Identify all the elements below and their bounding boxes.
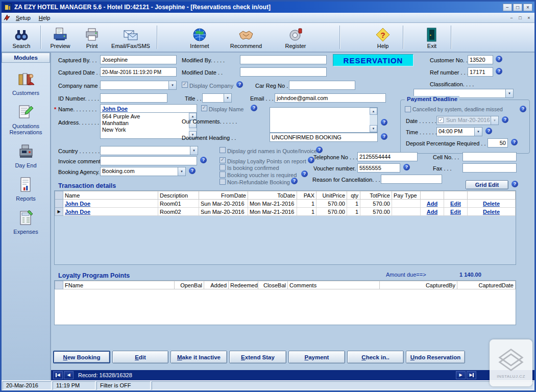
ref-number-field[interactable] bbox=[468, 67, 493, 77]
extend-stay-button[interactable]: Extend Stay bbox=[229, 351, 286, 363]
captured-by-field[interactable] bbox=[100, 55, 177, 64]
company-name-select[interactable]: ▼ bbox=[100, 81, 177, 90]
toolbar-recommend-button[interactable]: Recommend bbox=[225, 23, 267, 51]
comments-scrollbar[interactable]: ▲ ▼ bbox=[370, 108, 377, 132]
menu-setup[interactable]: Setup bbox=[12, 14, 35, 22]
document-heading-field[interactable] bbox=[270, 133, 378, 142]
captured-date-field[interactable] bbox=[100, 67, 177, 77]
telephone-no-field[interactable] bbox=[357, 152, 418, 161]
help-icon[interactable]: ? bbox=[301, 170, 308, 177]
scroll-up-icon[interactable]: ▲ bbox=[370, 108, 377, 115]
toolbar-search-button[interactable]: Search bbox=[5, 23, 38, 51]
payment-button[interactable]: Payment bbox=[288, 351, 345, 363]
chevron-down-icon[interactable]: ▼ bbox=[491, 116, 498, 125]
restore-button[interactable]: □ bbox=[513, 4, 522, 11]
next-record-button[interactable]: ▶ bbox=[456, 371, 466, 379]
help-icon[interactable]: ? bbox=[520, 106, 526, 112]
help-icon[interactable]: ? bbox=[236, 81, 243, 88]
deadline-date-checkbox[interactable]: ✓ bbox=[438, 117, 444, 123]
minimize-button[interactable]: − bbox=[503, 4, 512, 11]
help-icon[interactable]: ? bbox=[403, 164, 410, 170]
sidebar-item-expenses[interactable]: Expenses bbox=[3, 209, 50, 235]
sidebar-item-reports[interactable]: Reports bbox=[3, 176, 50, 202]
help-icon[interactable]: ? bbox=[502, 116, 508, 123]
grid-names-checkbox[interactable] bbox=[220, 147, 226, 153]
undo-reservation-button[interactable]: Undo Reservation bbox=[406, 351, 465, 363]
menu-help[interactable]: Help bbox=[35, 14, 55, 22]
help-icon[interactable]: ? bbox=[200, 157, 207, 163]
chevron-down-icon[interactable]: ▼ bbox=[474, 128, 482, 136]
row-add-link[interactable]: Add bbox=[427, 201, 437, 207]
chevron-down-icon[interactable]: ▼ bbox=[505, 89, 513, 97]
new-booking-button[interactable]: New Booking bbox=[53, 351, 110, 363]
row-delete-link[interactable]: Delete bbox=[483, 209, 500, 215]
voucher-number-field[interactable] bbox=[357, 163, 400, 173]
deadline-time-select[interactable]: 04:00 PM ▼ bbox=[436, 127, 482, 136]
sidebar-item-customers[interactable]: Customers bbox=[3, 70, 50, 96]
display-name-checkbox[interactable]: ✓ bbox=[201, 105, 207, 111]
toolbar-internet-button[interactable]: Internet bbox=[181, 23, 218, 51]
cell-no-field[interactable] bbox=[462, 152, 517, 161]
fax-field[interactable] bbox=[462, 163, 517, 173]
scroll-down-icon[interactable]: ▼ bbox=[370, 125, 377, 132]
toolbar-exit-button[interactable]: Exit bbox=[415, 23, 449, 51]
help-icon[interactable]: ? bbox=[485, 128, 492, 134]
modules-header[interactable]: Modules bbox=[2, 53, 50, 63]
id-number-field[interactable] bbox=[100, 93, 167, 103]
close-button[interactable]: × bbox=[523, 4, 532, 11]
chevron-down-icon[interactable]: ▼ bbox=[224, 94, 231, 102]
sidebar-item-day-end[interactable]: Day End bbox=[3, 143, 50, 168]
help-icon[interactable]: ? bbox=[381, 119, 387, 126]
display-company-checkbox[interactable]: ✓ bbox=[182, 82, 188, 88]
row-edit-link[interactable]: Edit bbox=[450, 209, 461, 215]
first-record-button[interactable]: ◀ bbox=[53, 371, 63, 379]
title-select[interactable]: ▼ bbox=[202, 93, 232, 103]
chevron-down-icon[interactable]: ▼ bbox=[190, 146, 198, 155]
make-it-inactive-button[interactable]: Make it Inactive bbox=[170, 351, 227, 363]
row-edit-link[interactable]: Edit bbox=[450, 201, 461, 207]
guest-name-link[interactable]: John Doe bbox=[65, 201, 90, 207]
customer-no-field[interactable] bbox=[468, 55, 493, 64]
booking-agency-select[interactable]: Booking.com ▼ bbox=[100, 167, 186, 176]
modified-by-field[interactable] bbox=[240, 55, 327, 64]
guest-name-link[interactable]: John Doe bbox=[65, 209, 90, 215]
row-add-link[interactable]: Add bbox=[427, 209, 437, 215]
last-record-button[interactable]: ▶ bbox=[467, 371, 476, 379]
toolbar-email-fax-sms-button[interactable]: Email/Fax/SMS bbox=[107, 23, 155, 51]
help-icon[interactable]: ? bbox=[316, 146, 323, 153]
help-icon[interactable]: ? bbox=[251, 105, 257, 111]
help-icon[interactable]: ? bbox=[496, 68, 502, 75]
help-icon[interactable]: ? bbox=[291, 178, 298, 184]
car-reg-no-field[interactable] bbox=[289, 81, 355, 90]
chevron-down-icon[interactable]: ▼ bbox=[178, 167, 185, 176]
reason-for-cancellation-field[interactable] bbox=[381, 175, 442, 184]
booking-confirmed-checkbox[interactable] bbox=[220, 164, 226, 170]
previous-record-button[interactable]: ◀ bbox=[64, 371, 74, 379]
mdi-minimize-button[interactable]: − bbox=[507, 14, 516, 21]
email-field[interactable] bbox=[275, 93, 386, 103]
toolbar-register-button[interactable]: Register bbox=[274, 23, 317, 51]
our-comments-field[interactable]: ▲ ▼ bbox=[270, 107, 378, 133]
row-selector[interactable]: ▶ bbox=[55, 208, 63, 216]
row-selector[interactable] bbox=[55, 200, 63, 208]
voucher-required-checkbox[interactable] bbox=[220, 172, 226, 178]
edit-button[interactable]: Edit bbox=[112, 351, 168, 363]
toolbar-preview-button[interactable]: Preview bbox=[43, 23, 77, 51]
help-icon[interactable]: ? bbox=[511, 139, 518, 145]
toolbar-print-button[interactable]: Print bbox=[77, 23, 107, 51]
country-select[interactable]: ▼ bbox=[100, 146, 198, 155]
help-icon[interactable]: ? bbox=[496, 56, 502, 62]
mdi-close-button[interactable]: × bbox=[525, 14, 533, 21]
help-icon[interactable]: ? bbox=[381, 133, 387, 140]
sidebar-item-quotations-reservations[interactable]: Quotations Reservations bbox=[3, 104, 50, 135]
invoice-comments-field[interactable] bbox=[100, 156, 197, 165]
help-icon[interactable]: ? bbox=[189, 167, 196, 174]
help-icon[interactable]: ? bbox=[511, 181, 518, 187]
toolbar-help-button[interactable]: ? Help bbox=[365, 23, 401, 51]
grid-edit-button[interactable]: Grid Edit bbox=[466, 180, 508, 189]
chevron-down-icon[interactable]: ▼ bbox=[168, 81, 176, 89]
cancelled-by-system-checkbox[interactable] bbox=[405, 106, 411, 112]
non-refundable-checkbox[interactable] bbox=[220, 179, 226, 185]
deposit-percentage-field[interactable] bbox=[488, 138, 508, 148]
modified-date-field[interactable] bbox=[240, 67, 327, 77]
